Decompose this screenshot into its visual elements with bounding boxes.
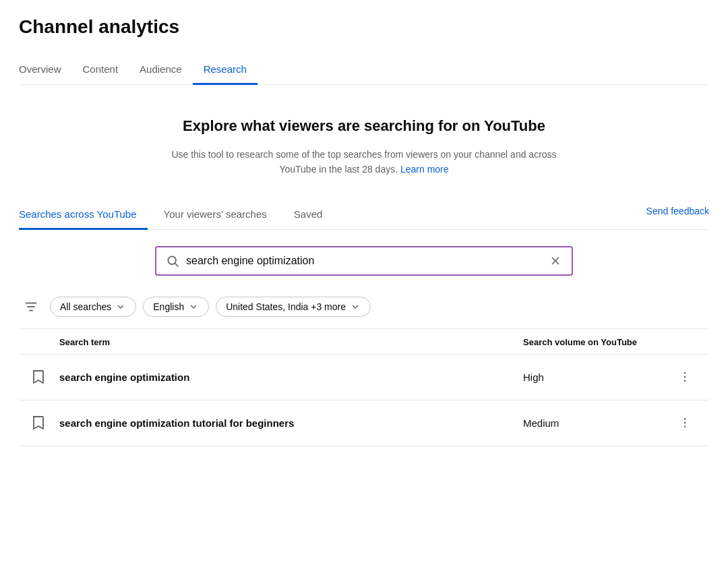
- chevron-down-icon: [115, 301, 126, 312]
- row-more-button[interactable]: [671, 416, 698, 429]
- th-search-volume: Search volume on YouTube: [523, 337, 671, 347]
- filter-all-searches[interactable]: All searches: [50, 297, 136, 317]
- search-bar-wrapper: [19, 246, 709, 276]
- page-title: Channel analytics: [19, 16, 709, 38]
- search-icon: [166, 254, 179, 268]
- svg-point-8: [684, 376, 686, 378]
- main-nav: Overview Content Audience Research: [19, 57, 709, 85]
- table-row: search engine optimization tutorial for …: [19, 400, 709, 446]
- sub-tab-searches-youtube[interactable]: Searches across YouTube: [19, 202, 148, 230]
- svg-point-11: [684, 422, 686, 424]
- svg-point-9: [684, 380, 686, 382]
- tab-content[interactable]: Content: [72, 57, 129, 85]
- table-header: Search term Search volume on YouTube: [19, 329, 709, 355]
- tab-audience[interactable]: Audience: [129, 57, 193, 85]
- more-vert-icon: [678, 416, 692, 429]
- sub-tab-saved[interactable]: Saved: [294, 202, 334, 230]
- sub-tabs-nav: Searches across YouTube Your viewers' se…: [19, 202, 709, 230]
- bookmark-icon[interactable]: [30, 369, 46, 385]
- chevron-down-icon: [188, 301, 199, 312]
- bookmark-icon[interactable]: [30, 415, 46, 431]
- row-search-term: search engine optimization tutorial for …: [59, 417, 523, 429]
- svg-point-12: [684, 426, 686, 428]
- filters-row: All searches English United States, Indi…: [19, 295, 709, 329]
- tab-overview[interactable]: Overview: [19, 57, 72, 85]
- filter-lines-icon: [24, 299, 38, 314]
- search-input[interactable]: [186, 255, 542, 267]
- chevron-down-icon: [350, 301, 361, 312]
- row-more-button[interactable]: [671, 370, 698, 384]
- row-volume: High: [523, 371, 671, 383]
- svg-line-1: [175, 264, 179, 267]
- learn-more-link[interactable]: Learn more: [400, 164, 449, 175]
- svg-point-0: [168, 256, 176, 264]
- row-volume: Medium: [523, 417, 671, 429]
- hero-title: Explore what viewers are searching for o…: [32, 117, 696, 135]
- filter-location-label: United States, India +3 more: [226, 301, 346, 312]
- table-row: search engine optimization High: [19, 355, 709, 400]
- hero-section: Explore what viewers are searching for o…: [19, 85, 709, 202]
- svg-point-10: [684, 418, 686, 420]
- clear-icon[interactable]: [549, 254, 562, 268]
- sub-tab-viewers-searches[interactable]: Your viewers' searches: [164, 202, 278, 230]
- search-bar: [155, 246, 573, 276]
- row-search-term: search engine optimization: [59, 371, 523, 383]
- filter-icon-button[interactable]: [19, 295, 43, 319]
- filter-location[interactable]: United States, India +3 more: [216, 297, 371, 317]
- hero-description: Use this tool to research some of the to…: [169, 147, 559, 177]
- svg-point-7: [684, 372, 686, 374]
- filter-english-label: English: [153, 301, 184, 312]
- send-feedback-button[interactable]: Send feedback: [646, 206, 709, 225]
- filter-all-searches-label: All searches: [60, 301, 111, 312]
- filter-english[interactable]: English: [143, 297, 209, 317]
- tab-research[interactable]: Research: [193, 57, 257, 85]
- more-vert-icon: [678, 370, 692, 384]
- th-search-term: Search term: [59, 337, 523, 347]
